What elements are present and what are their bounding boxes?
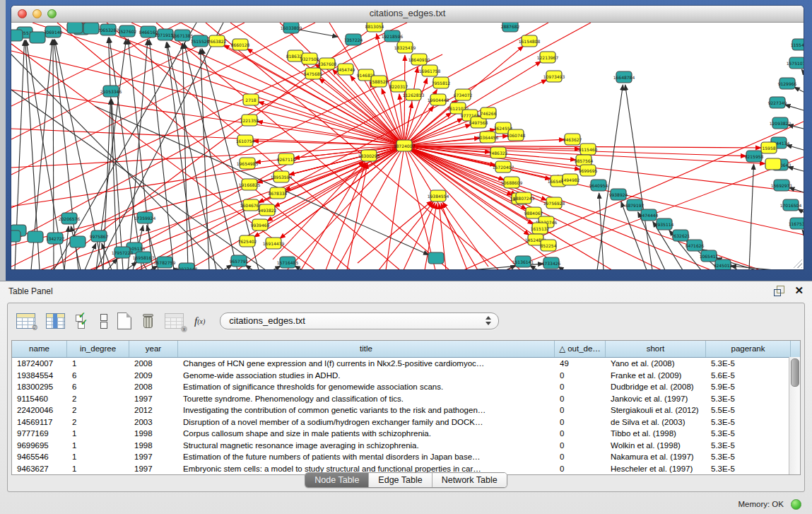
network-edge[interactable]	[404, 146, 478, 269]
network-edge[interactable]	[126, 262, 137, 269]
table-toolbar: ⚙ ✓✓	[8, 303, 499, 339]
row-height-button[interactable]	[100, 313, 107, 329]
network-edge[interactable]	[787, 145, 804, 150]
table-cell: 9115460	[12, 393, 67, 405]
function-builder-button[interactable]: f(x)	[194, 315, 205, 327]
table-row[interactable]: 2242004622012Investigating the contribut…	[12, 404, 800, 416]
column-header-title[interactable]: title	[178, 341, 555, 357]
network-edge[interactable]	[107, 258, 117, 269]
network-node-label: 7486322	[489, 151, 508, 156]
network-edge[interactable]	[54, 23, 196, 269]
network-node[interactable]	[67, 23, 83, 33]
network-canvas[interactable]: 9405571306914010653287152760284661601071…	[11, 23, 804, 269]
network-edge[interactable]	[299, 30, 338, 37]
network-node[interactable]	[70, 236, 86, 247]
network-edge[interactable]	[245, 265, 253, 269]
delete-button[interactable]	[142, 313, 154, 329]
network-edge[interactable]	[131, 23, 404, 146]
table-cell: de Silva et al. (2003)	[606, 416, 706, 428]
network-node-label: 18325419	[394, 45, 416, 50]
network-edge[interactable]	[530, 265, 538, 269]
network-edge[interactable]	[785, 105, 804, 110]
network-edge[interactable]	[788, 167, 804, 171]
network-window-titlebar[interactable]: citations_edges.txt	[11, 6, 804, 23]
column-header-in_degree[interactable]: in_degree	[67, 341, 129, 357]
network-node[interactable]	[11, 230, 20, 242]
table-selector-dropdown[interactable]: citations_edges.txt	[220, 313, 499, 329]
network-edge[interactable]	[625, 85, 652, 269]
network-node-label: 12923448	[176, 267, 198, 270]
column-header-year[interactable]: year	[129, 341, 178, 357]
network-node-label: 16154808	[519, 39, 541, 44]
network-node-label: 852254	[541, 243, 557, 248]
table-cell: Corpus callosum shape and size in male p…	[178, 428, 555, 440]
network-node[interactable]	[428, 252, 444, 264]
network-graph[interactable]: 9405571306914010653287152760284661601071…	[11, 23, 804, 269]
table-row[interactable]: 911546021997Tourette syndrome. Phenomeno…	[12, 393, 800, 405]
network-edge[interactable]	[347, 163, 367, 269]
scrollbar-thumb[interactable]	[791, 358, 799, 387]
network-edge[interactable]	[11, 23, 315, 175]
network-node[interactable]	[83, 23, 99, 34]
network-edge[interactable]	[749, 164, 754, 269]
tab-node-table[interactable]: Node Table	[305, 473, 369, 487]
network-edge[interactable]	[801, 69, 804, 72]
network-edge[interactable]	[85, 243, 96, 269]
network-edge[interactable]	[223, 265, 233, 269]
network-edge[interactable]	[182, 43, 188, 269]
network-node[interactable]	[28, 231, 43, 243]
memory-status-icon[interactable]	[791, 499, 801, 510]
table-cell: 0	[555, 393, 606, 405]
table-row[interactable]: 969969511998Structural magnetic resonanc…	[12, 440, 800, 452]
column-header-short[interactable]: short	[606, 341, 706, 357]
zoom-window-button[interactable]	[47, 9, 57, 18]
minimize-window-button[interactable]	[33, 9, 42, 18]
table-cell: 1	[67, 428, 129, 440]
table-cell: 1997	[129, 393, 178, 405]
network-node-label: 1494982	[561, 177, 580, 182]
network-node[interactable]	[11, 30, 23, 41]
network-node-label: 10653287	[98, 28, 119, 33]
table-row[interactable]: 1830029562008Estimation of significance …	[12, 381, 800, 393]
network-edge[interactable]	[802, 230, 804, 232]
table-row[interactable]: 946554611997Estimation of the future num…	[12, 451, 800, 463]
network-edge[interactable]	[295, 266, 302, 269]
float-panel-icon[interactable]	[774, 286, 784, 296]
network-view-frame: citations_edges.txt 94055713069140106532…	[6, 0, 812, 281]
column-header-out_de[interactable]: △ out_de…	[555, 341, 606, 357]
network-node-label: 10688609	[501, 180, 523, 185]
network-edge[interactable]	[794, 87, 804, 92]
table-options-button[interactable]: ⚙	[16, 313, 35, 329]
show-columns-button[interactable]	[46, 313, 65, 329]
network-edge[interactable]	[386, 146, 404, 269]
network-edge[interactable]	[287, 146, 404, 269]
table-row[interactable]: 1456911722003Disruption of a novel membe…	[12, 416, 800, 428]
table-cell: 9465546	[12, 451, 67, 463]
tab-network-table[interactable]: Network Table	[433, 473, 507, 487]
network-edge[interactable]	[11, 146, 404, 206]
table-tabs-row: Node TableEdge TableNetwork Table	[8, 472, 804, 488]
column-header-pagerank[interactable]: pagerank	[706, 341, 791, 357]
tab-edge-table[interactable]: Edge Table	[369, 473, 432, 487]
network-edge[interactable]	[150, 266, 158, 269]
new-table-button[interactable]	[117, 313, 131, 329]
network-node-label: 19166825	[239, 182, 261, 187]
table-cell: Jankovic et al. (1997)	[606, 393, 706, 405]
network-node-label: 9474444	[640, 213, 659, 218]
close-window-button[interactable]	[18, 9, 27, 18]
network-edge[interactable]	[471, 264, 543, 269]
network-node-label: 3069140	[44, 30, 63, 35]
network-edge[interactable]	[273, 266, 281, 269]
network-edge[interactable]	[128, 40, 148, 269]
close-panel-icon[interactable]: ✕	[794, 286, 804, 296]
table-row[interactable]: 977716911998Corpus callosum shape and si…	[12, 428, 800, 440]
table-row[interactable]: 1938455462009Genome-wide association stu…	[12, 370, 800, 382]
table-row[interactable]: 1872400712008Changes of HCN gene express…	[12, 358, 800, 370]
network-node[interactable]	[765, 158, 781, 170]
select-rows-button[interactable]: ✓✓	[76, 313, 90, 329]
vertical-scrollbar[interactable]	[789, 357, 800, 474]
column-header-name[interactable]: name	[12, 341, 67, 357]
network-node[interactable]	[30, 32, 45, 43]
network-edge[interactable]	[597, 85, 623, 269]
network-edge[interactable]	[200, 49, 209, 269]
